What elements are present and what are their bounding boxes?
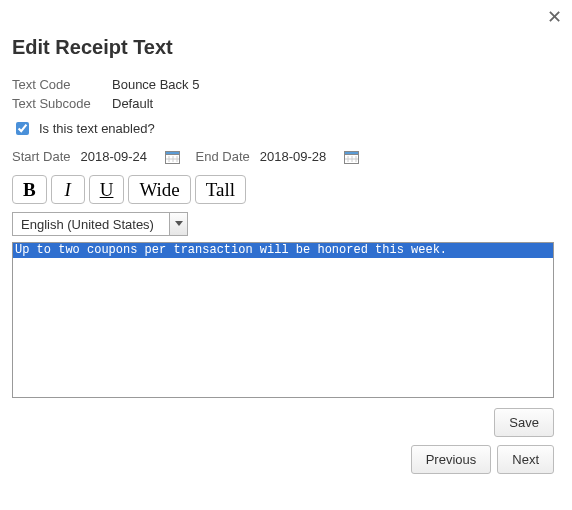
end-date-label: End Date <box>196 149 250 164</box>
text-subcode-value: Default <box>112 96 153 111</box>
save-button[interactable]: Save <box>494 408 554 437</box>
nav-row: Previous Next <box>12 445 554 474</box>
svg-rect-1 <box>165 151 179 154</box>
underline-button[interactable]: U <box>89 175 125 204</box>
tall-button[interactable]: Tall <box>195 175 246 204</box>
italic-button[interactable]: I <box>51 175 85 204</box>
end-date-input[interactable] <box>258 148 338 165</box>
text-code-value: Bounce Back 5 <box>112 77 199 92</box>
format-toolbar: B I U Wide Tall <box>12 175 554 204</box>
close-icon[interactable]: ✕ <box>547 6 562 28</box>
text-subcode-row: Text Subcode Default <box>12 96 554 111</box>
text-subcode-label: Text Subcode <box>12 96 112 111</box>
text-code-label: Text Code <box>12 77 112 92</box>
start-date-label: Start Date <box>12 149 71 164</box>
next-button[interactable]: Next <box>497 445 554 474</box>
text-code-row: Text Code Bounce Back 5 <box>12 77 554 92</box>
calendar-icon[interactable] <box>344 150 359 164</box>
receipt-text-editor[interactable]: Up to two coupons per transaction will b… <box>12 242 554 398</box>
svg-rect-7 <box>344 151 358 154</box>
start-date-input[interactable] <box>79 148 159 165</box>
dates-row: Start Date End Date <box>12 148 554 165</box>
calendar-icon[interactable] <box>165 150 180 164</box>
page-title: Edit Receipt Text <box>12 36 554 59</box>
save-row: Save <box>12 408 554 437</box>
chevron-down-icon[interactable] <box>169 213 187 235</box>
enabled-row: Is this text enabled? <box>12 121 554 136</box>
language-select[interactable]: English (United States) <box>12 212 188 236</box>
enabled-label: Is this text enabled? <box>39 121 155 136</box>
enabled-checkbox[interactable] <box>16 122 29 135</box>
previous-button[interactable]: Previous <box>411 445 492 474</box>
wide-button[interactable]: Wide <box>128 175 190 204</box>
language-selected: English (United States) <box>13 213 169 235</box>
bold-button[interactable]: B <box>12 175 47 204</box>
editor-content: Up to two coupons per transaction will b… <box>13 243 553 258</box>
